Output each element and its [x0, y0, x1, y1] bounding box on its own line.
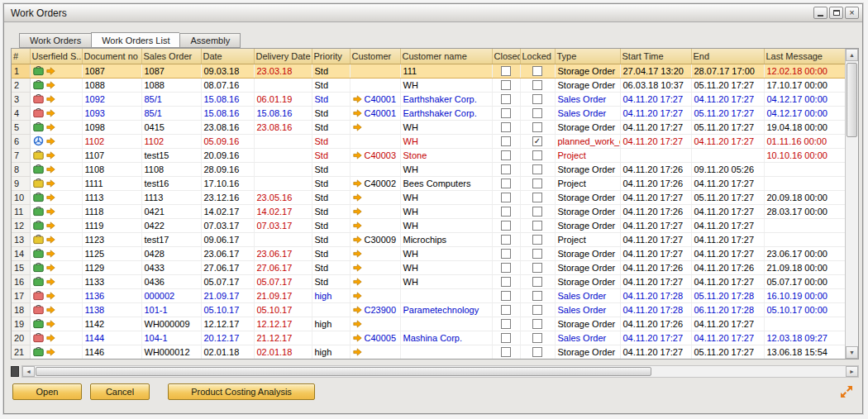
row-number[interactable]: 15: [12, 260, 30, 274]
cell-start-time[interactable]: 04.11.20 17:26: [620, 317, 691, 331]
cell-priority[interactable]: Std: [312, 162, 350, 176]
horizontal-scroll-track[interactable]: ◄ ►: [21, 365, 859, 378]
tab-work-orders-list[interactable]: Work Orders List: [91, 32, 179, 48]
cell-start-time[interactable]: 04.11.20 17:26: [620, 176, 691, 190]
scroll-split-handle[interactable]: [11, 366, 19, 377]
cell-customer[interactable]: C23900: [350, 302, 400, 317]
locked-checkbox[interactable]: [532, 333, 542, 343]
link-arrow-icon[interactable]: [353, 306, 362, 314]
cell-delivery-date[interactable]: [254, 148, 312, 162]
locked-checkbox[interactable]: [532, 80, 542, 90]
customer-code[interactable]: C23900: [365, 305, 397, 315]
table-row[interactable]: 211146WH00001202.01.1802.01.18highStorag…: [12, 345, 845, 359]
cell-priority[interactable]: Std: [312, 260, 350, 274]
link-arrow-icon[interactable]: [46, 320, 55, 328]
cell-date[interactable]: 05.10.17: [201, 302, 254, 317]
link-arrow-icon[interactable]: [353, 236, 362, 244]
column-header-userfield-s[interactable]: Userfield S...: [30, 49, 82, 64]
cell-date[interactable]: 15.08.16: [201, 92, 254, 106]
cell-sales-order[interactable]: 1087: [141, 64, 201, 78]
cell-sales-order[interactable]: 1113: [141, 190, 201, 204]
cell-last-message[interactable]: 16.10.19 00:00: [764, 288, 845, 302]
cell-delivery-date[interactable]: 23.05.16: [254, 190, 312, 204]
link-arrow-icon[interactable]: [46, 123, 55, 131]
column-header-type[interactable]: Type: [555, 49, 620, 64]
cell-userfield[interactable]: [30, 331, 82, 345]
cell-date[interactable]: 15.08.16: [201, 106, 254, 120]
cell-priority[interactable]: high: [312, 345, 350, 359]
cell-customer-name[interactable]: Earthshaker Corp.: [400, 92, 492, 106]
cell-userfield[interactable]: [30, 232, 82, 246]
cell-customer-name[interactable]: 111: [400, 64, 492, 78]
customer-code[interactable]: C40001: [365, 94, 397, 104]
cell-document-no[interactable]: 1113: [82, 190, 141, 204]
cell-priority[interactable]: Std: [312, 106, 350, 120]
locked-checkbox[interactable]: [532, 291, 542, 301]
cell-start-time[interactable]: 04.11.20 17:27: [620, 246, 691, 260]
cell-type[interactable]: Storage Order: [555, 218, 620, 232]
cell-start-time[interactable]: 04.11.20 17:27: [620, 345, 691, 359]
cell-sales-order[interactable]: 85/1: [141, 106, 201, 120]
open-button[interactable]: Open: [12, 383, 82, 400]
closed-checkbox[interactable]: [501, 108, 511, 118]
cell-type[interactable]: Sales Order: [555, 331, 620, 345]
cell-date[interactable]: 20.09.16: [201, 148, 254, 162]
link-arrow-icon[interactable]: [353, 221, 362, 230]
customer-code[interactable]: C30009: [365, 235, 397, 245]
row-number[interactable]: 12: [12, 218, 30, 232]
cell-delivery-date[interactable]: 05.10.17: [254, 302, 312, 317]
cell-delivery-date[interactable]: 23.06.17: [254, 246, 312, 260]
cell-customer[interactable]: C40003: [350, 148, 400, 162]
cell-priority[interactable]: Std: [312, 78, 350, 92]
table-row[interactable]: 21088108808.07.16StdWHStorage Order06.03…: [12, 78, 845, 92]
closed-checkbox[interactable]: [501, 347, 511, 357]
cell-date[interactable]: 17.10.16: [201, 176, 254, 190]
link-arrow-icon[interactable]: [46, 193, 55, 202]
cell-customer[interactable]: [350, 64, 400, 78]
cell-end[interactable]: 05.11.20 17:28: [691, 288, 764, 302]
cell-document-no[interactable]: 1111: [82, 176, 141, 190]
cell-date[interactable]: 07.03.17: [201, 218, 254, 232]
cell-customer[interactable]: [350, 345, 400, 359]
row-number[interactable]: 19: [12, 317, 30, 331]
cell-priority[interactable]: [312, 331, 350, 345]
cell-customer-name[interactable]: WH: [400, 134, 492, 148]
horizontal-scrollbar[interactable]: ◄ ►: [11, 365, 859, 378]
closed-checkbox[interactable]: [501, 179, 511, 188]
locked-checkbox[interactable]: [532, 66, 542, 76]
cell-end[interactable]: 04.11.20 17:27: [691, 232, 764, 246]
cell-start-time[interactable]: 04.11.20 17:27: [620, 331, 691, 345]
cell-sales-order[interactable]: WH000012: [141, 345, 201, 359]
link-arrow-icon[interactable]: [353, 207, 362, 216]
cell-document-no[interactable]: 1108: [82, 162, 141, 176]
cell-customer-name[interactable]: Parametechnology: [400, 302, 492, 317]
cell-priority[interactable]: Std: [312, 218, 350, 232]
row-number[interactable]: 13: [12, 232, 30, 246]
closed-checkbox[interactable]: [501, 277, 511, 287]
cell-start-time[interactable]: 04.11.20 17:27: [620, 134, 691, 148]
link-arrow-icon[interactable]: [353, 109, 362, 117]
cell-end[interactable]: 05.11.20 17:27: [691, 78, 764, 92]
cell-last-message[interactable]: 12.02.18 00:00: [764, 64, 845, 78]
cell-start-time[interactable]: 04.11.20 17:26: [620, 162, 691, 176]
title-bar[interactable]: Work Orders ×: [4, 4, 862, 22]
locked-checkbox[interactable]: [532, 150, 542, 160]
link-arrow-icon[interactable]: [46, 236, 55, 244]
cell-type[interactable]: Project: [555, 232, 620, 246]
cell-customer-name[interactable]: WH: [400, 260, 492, 274]
cell-date[interactable]: 05.07.17: [201, 274, 254, 288]
cell-end[interactable]: 04.11.20 17:27: [691, 246, 764, 260]
cell-type[interactable]: planned_work_order: [555, 134, 620, 148]
table-row[interactable]: 4109385/115.08.1615.08.16StdC40001Earths…: [12, 106, 845, 120]
cell-start-time[interactable]: 27.04.17 13:20: [620, 64, 691, 78]
cell-userfield[interactable]: [30, 204, 82, 218]
customer-code[interactable]: C40003: [365, 150, 397, 160]
cell-priority[interactable]: Std: [312, 120, 350, 134]
closed-checkbox[interactable]: [501, 291, 511, 301]
locked-checkbox[interactable]: [532, 305, 542, 315]
cell-date[interactable]: 21.09.17: [201, 288, 254, 302]
link-arrow-icon[interactable]: [353, 123, 362, 131]
cell-userfield[interactable]: [30, 176, 82, 190]
cell-date[interactable]: 09.03.18: [201, 64, 254, 78]
table-row[interactable]: 201144104-120.12.1721.12.17C40005Mashina…: [12, 331, 845, 345]
